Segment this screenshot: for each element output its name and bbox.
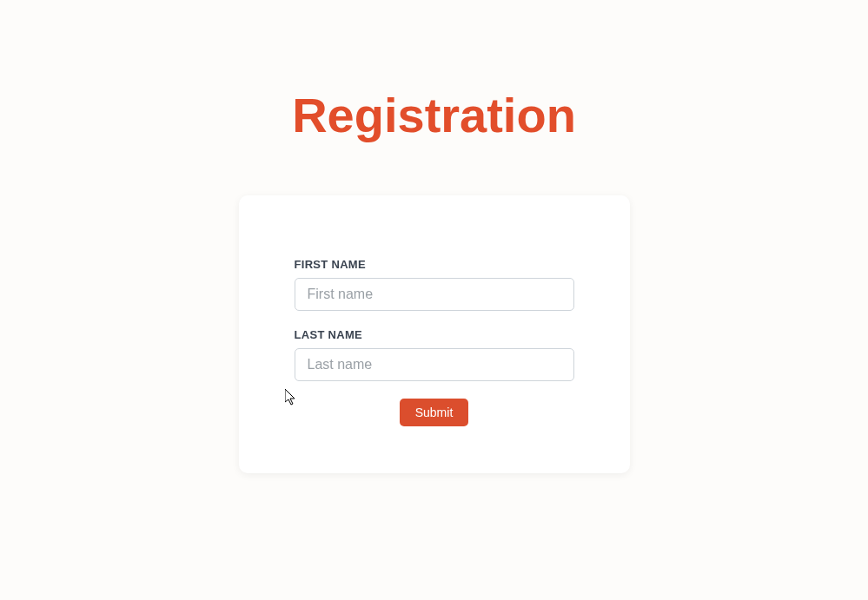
last-name-input[interactable] (295, 348, 574, 381)
last-name-label: LAST NAME (295, 328, 574, 341)
last-name-group: LAST NAME (295, 328, 574, 381)
first-name-label: FIRST NAME (295, 258, 574, 271)
submit-button[interactable]: Submit (400, 399, 469, 426)
registration-card: FIRST NAME LAST NAME Submit (239, 195, 630, 473)
first-name-group: FIRST NAME (295, 258, 574, 311)
page-title: Registration (292, 87, 576, 143)
submit-row: Submit (295, 399, 574, 426)
registration-page: Registration FIRST NAME LAST NAME Submit (0, 0, 868, 473)
first-name-input[interactable] (295, 278, 574, 311)
